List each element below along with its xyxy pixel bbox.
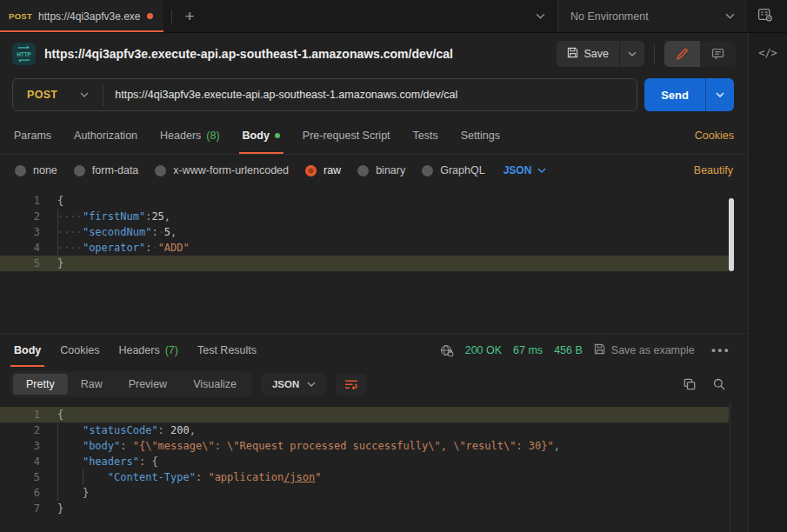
code-token: { <box>57 409 63 421</box>
code-token: ···· <box>57 226 83 238</box>
mode-none[interactable]: none <box>15 164 57 176</box>
response-tab-headers[interactable]: Headers(7) <box>118 334 178 367</box>
request-body-editor[interactable]: 1{2····"firstNum":25,3····"secondNum":·5… <box>0 186 748 334</box>
mode-raw[interactable]: raw <box>305 164 341 176</box>
postman-window: POST https://4qi3apfv3e.exe + No Environ… <box>0 0 787 532</box>
save-options-chevron-icon[interactable] <box>619 41 644 67</box>
request-tab[interactable]: POST https://4qi3apfv3e.exe <box>0 0 163 32</box>
chevron-down-icon <box>307 382 316 387</box>
code-token: "ADD" <box>158 242 190 254</box>
tab-body[interactable]: Body <box>243 116 280 154</box>
mode-form-data[interactable]: form-data <box>74 164 139 176</box>
edit-pencil-button[interactable] <box>664 41 700 67</box>
code-line[interactable]: 3····"secondNum":·5, <box>0 224 729 240</box>
request-title: https://4qi3apfv3e.execute-api.ap-southe… <box>44 47 453 61</box>
code-token: , <box>164 210 170 223</box>
view-pretty[interactable]: Pretty <box>13 374 68 395</box>
comment-button[interactable] <box>700 41 736 67</box>
code-token: · <box>158 226 164 238</box>
tab-authorization[interactable]: Authorization <box>74 116 137 154</box>
tab-tests[interactable]: Tests <box>413 116 438 154</box>
mode-binary[interactable]: binary <box>357 164 405 176</box>
response-tab-cookies[interactable]: Cookies <box>60 334 99 367</box>
new-tab-button[interactable]: + <box>180 8 200 24</box>
line-number: 6 <box>0 485 40 501</box>
tab-settings[interactable]: Settings <box>461 116 500 154</box>
response-size[interactable]: 456 B <box>554 344 583 356</box>
url-input[interactable]: https://4qi3apfv3e.execute-api.ap-southe… <box>103 89 469 101</box>
code-token: : <box>196 471 208 483</box>
send-button[interactable]: Send <box>644 78 705 111</box>
code-token: , <box>190 424 196 436</box>
editor-scrollbar[interactable] <box>729 198 734 271</box>
cookies-link[interactable]: Cookies <box>695 130 734 142</box>
view-preview[interactable]: Preview <box>116 374 180 395</box>
response-tab-body[interactable]: Body <box>14 334 41 367</box>
view-visualize[interactable]: Visualize <box>180 374 250 395</box>
code-token: "body" <box>83 440 120 452</box>
code-token <box>83 471 108 483</box>
code-token: , <box>170 226 177 238</box>
save-button[interactable]: Save <box>557 41 620 67</box>
tab-pre-request-script[interactable]: Pre-request Script <box>303 116 390 154</box>
code-token: : <box>139 456 151 468</box>
code-snippet-icon[interactable]: </> <box>758 47 777 532</box>
view-segmented-control: Pretty Raw Preview Visualize <box>10 371 252 397</box>
radio-icon <box>357 165 369 176</box>
svg-text:HTTP: HTTP <box>17 51 30 57</box>
radio-icon <box>155 165 166 176</box>
tab-method-label: POST <box>9 11 32 21</box>
body-mode-bar: none form-data x-www-form-urlencoded raw… <box>0 155 748 186</box>
response-tab-test-results[interactable]: Test Results <box>197 334 257 367</box>
line-number: 3 <box>0 438 40 454</box>
line-number: 4 <box>0 454 40 469</box>
response-body-viewer: 1{2 "statusCode": 200,3 "body": "{\"mess… <box>0 402 748 532</box>
code-token: "{\"message\": \"Request processed succe… <box>133 440 554 452</box>
code-token: "secondNum" <box>83 226 151 238</box>
network-info-icon[interactable] <box>440 344 454 357</box>
copy-response-icon[interactable] <box>684 378 696 390</box>
mode-graphql[interactable]: GraphQL <box>422 164 484 176</box>
more-actions-icon[interactable]: ●●● <box>706 346 734 355</box>
code-line[interactable]: 4····"operator":·"ADD" <box>0 240 729 256</box>
search-response-icon[interactable] <box>713 378 725 390</box>
save-icon <box>594 343 605 357</box>
chevron-down-icon <box>537 168 546 173</box>
code-line[interactable]: 1{ <box>0 193 729 209</box>
chevron-down-icon <box>725 13 735 19</box>
code-line: 1{ <box>0 407 729 422</box>
tab-headers[interactable]: Headers(8) <box>160 116 220 154</box>
code-token: } <box>57 502 63 515</box>
line-number: 5 <box>0 469 40 485</box>
environment-quick-look-icon[interactable] <box>747 8 787 24</box>
beautify-link[interactable]: Beautify <box>694 164 733 176</box>
code-token <box>57 471 83 483</box>
code-line: 4 "headers": { <box>0 454 729 469</box>
mode-x-www-form-urlencoded[interactable]: x-www-form-urlencoded <box>155 164 289 176</box>
tab-params[interactable]: Params <box>14 116 51 154</box>
code-line[interactable]: 2····"firstNum":25, <box>0 209 729 224</box>
code-token: 200 <box>170 424 190 436</box>
send-options-chevron-icon[interactable] <box>705 78 734 111</box>
code-line[interactable]: 5} <box>0 256 729 271</box>
view-raw[interactable]: Raw <box>68 374 116 395</box>
code-token <box>57 440 83 452</box>
line-number: 7 <box>0 501 40 516</box>
save-icon <box>567 47 578 61</box>
environment-selector[interactable]: No Environment <box>557 0 747 32</box>
code-token <box>57 487 83 499</box>
save-button-label: Save <box>584 48 610 60</box>
tab-options-chevron-icon[interactable] <box>524 13 557 19</box>
code-line: 3 "body": "{\"message\": \"Request proce… <box>0 438 729 454</box>
wrap-lines-button[interactable] <box>336 374 367 396</box>
code-token: { <box>57 195 63 207</box>
status-code[interactable]: 200 OK <box>465 344 502 356</box>
response-time[interactable]: 67 ms <box>513 344 543 356</box>
send-button-group: Send <box>644 78 734 111</box>
method-select[interactable]: POST <box>13 89 103 101</box>
response-language-select[interactable]: JSON <box>261 373 327 396</box>
save-as-example-button[interactable]: Save as example <box>594 343 695 357</box>
json-link[interactable]: /json <box>283 471 315 483</box>
raw-language-select[interactable]: JSON <box>504 164 547 176</box>
http-request-icon: HTTP <box>12 43 36 65</box>
